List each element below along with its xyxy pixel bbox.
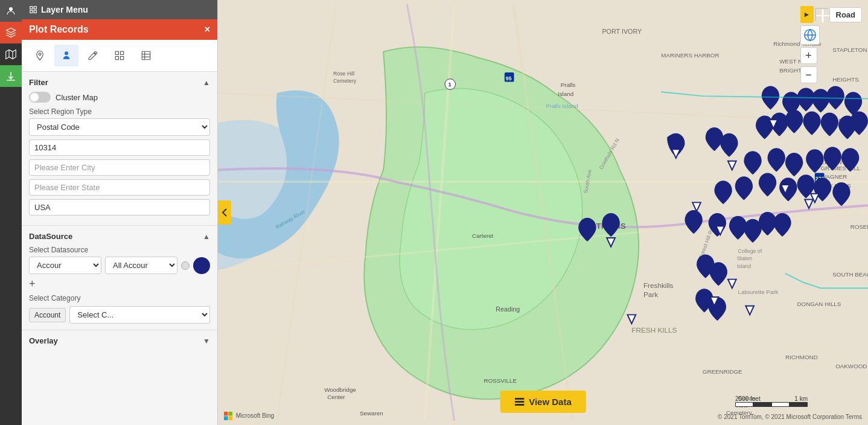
svg-rect-11: [121, 51, 124, 54]
datasource-chevron: ▲: [203, 232, 210, 241]
overlay-section-header[interactable]: Overlay ▼: [29, 336, 210, 345]
sidebar-icon-user[interactable]: [0, 0, 22, 22]
svg-text:FRESH KILLS: FRESH KILLS: [631, 326, 677, 334]
svg-rect-12: [115, 57, 118, 60]
svg-text:Carteret: Carteret: [472, 232, 494, 239]
svg-text:DONGAN HILLS: DONGAN HILLS: [797, 301, 841, 307]
svg-text:1: 1: [448, 81, 452, 88]
category-account-label: Account: [29, 308, 66, 322]
postal-code-input[interactable]: [29, 139, 210, 156]
svg-text:Island: Island: [737, 263, 752, 269]
filter-section-header[interactable]: Filter ▲: [29, 78, 210, 87]
svg-rect-13: [121, 57, 124, 60]
cluster-map-toggle[interactable]: [29, 92, 51, 103]
overlay-chevron: ▼: [203, 337, 210, 345]
plot-records-header: Plot Records ×: [22, 19, 217, 40]
svg-rect-5: [30, 7, 33, 9]
overlay-title: Overlay: [29, 336, 58, 345]
panel-toggle-arrow[interactable]: [218, 200, 231, 225]
toggle-knob: [30, 93, 39, 101]
scale-line: [735, 402, 808, 407]
layer-menu-label: Layer Menu: [41, 5, 88, 14]
table-toolbar-icon[interactable]: [134, 45, 158, 66]
globe-button[interactable]: [800, 25, 820, 45]
svg-text:Pralls: Pralls: [561, 81, 576, 88]
city-input[interactable]: [29, 159, 210, 176]
color-picker-large[interactable]: [193, 257, 210, 274]
scale-label-feet: 2500 feet: [735, 395, 761, 402]
svg-rect-8: [34, 10, 36, 13]
svg-text:GREENRIDGE: GREENRIDGE: [703, 368, 742, 375]
scale-labels: 2500 feet 1 km: [735, 395, 808, 402]
filter-section: Filter ▲ Cluster Map Select Region Type …: [22, 72, 217, 226]
map-background: PORT IVORY MARINERS HARBOR Richmond Terr…: [218, 0, 868, 425]
view-data-label: View Data: [529, 397, 572, 407]
category-label: Select Category: [29, 294, 210, 302]
panel: Layer Menu Plot Records × Filter ▲: [22, 0, 218, 425]
person-toolbar-icon[interactable]: [54, 45, 78, 66]
view-data-button[interactable]: View Data: [500, 391, 586, 413]
region-type-label: Select Region Type: [29, 107, 210, 116]
filter-chevron: ▲: [203, 78, 210, 87]
svg-rect-10: [115, 51, 118, 54]
datasource-section-header[interactable]: DataSource ▲: [29, 232, 210, 241]
map-type-icon: [815, 8, 828, 21]
color-picker-small[interactable]: [181, 261, 190, 270]
road-button[interactable]: Road: [829, 7, 863, 22]
overlay-section: Overlay ▼: [22, 330, 217, 356]
svg-text:Staten: Staten: [737, 255, 753, 261]
country-input[interactable]: [29, 199, 210, 216]
svg-rect-14: [142, 51, 150, 60]
close-button[interactable]: ×: [205, 24, 210, 35]
add-datasource-button[interactable]: +: [29, 278, 36, 290]
svg-text:Park: Park: [643, 290, 658, 298]
svg-text:Rose Hill: Rose Hill: [333, 71, 354, 77]
svg-rect-80: [514, 401, 524, 403]
map-area[interactable]: PORT IVORY MARINERS HARBOR Richmond Terr…: [218, 0, 868, 425]
zoom-in-button[interactable]: +: [800, 47, 817, 64]
zoom-out-button[interactable]: −: [800, 66, 817, 83]
svg-text:College of: College of: [738, 248, 762, 254]
category-row: Account Select C... Option1 Option2: [29, 306, 210, 324]
svg-rect-6: [34, 7, 36, 9]
datasource-select[interactable]: Accour: [29, 257, 101, 274]
grid-toolbar-icon[interactable]: [107, 45, 132, 66]
state-input[interactable]: [29, 179, 210, 196]
sidebar-icon-layers[interactable]: [0, 22, 22, 43]
category-select[interactable]: Select C... Option1 Option2: [69, 306, 210, 324]
svg-text:RICHMOND: RICHMOND: [785, 354, 818, 360]
scale-bar: 2500 feet 1 km: [735, 395, 808, 407]
svg-text:MARINERS HARBOR: MARINERS HARBOR: [661, 52, 719, 59]
map-type-prev-button[interactable]: ►: [800, 6, 814, 23]
map-controls: ► Road + −: [800, 6, 863, 83]
panel-title: Plot Records: [29, 24, 89, 35]
scale-label-km: 1 km: [794, 395, 808, 402]
datasource-section: DataSource ▲ Select Datasource Accour Al…: [22, 226, 217, 330]
datasource-field-label: Select Datasource: [29, 246, 210, 254]
svg-text:ROSEBANK: ROSEBANK: [850, 223, 868, 230]
svg-text:Latourette Park: Latourette Park: [738, 289, 779, 295]
microsoft-logo: Microsoft Bing: [224, 412, 274, 420]
microsoft-label: Microsoft Bing: [236, 412, 274, 419]
region-type-select[interactable]: Postal Code City State Country: [29, 118, 210, 136]
svg-rect-79: [514, 398, 524, 400]
svg-rect-85: [229, 417, 233, 421]
svg-point-0: [9, 7, 13, 11]
pin-toolbar-icon[interactable]: [28, 45, 52, 66]
map-attribution: © 2021 TomTom, © 2021 Microsoft Corporat…: [718, 414, 862, 420]
sidebar-icon-download[interactable]: [0, 65, 22, 87]
pencil-toolbar-icon[interactable]: [81, 45, 105, 66]
svg-point-9: [65, 51, 68, 55]
datasource-filter-select[interactable]: All Accour: [105, 257, 177, 274]
filter-title: Filter: [29, 78, 48, 87]
svg-rect-83: [229, 412, 233, 416]
svg-rect-81: [514, 404, 524, 406]
svg-marker-1: [6, 50, 16, 59]
sidebar-icon-map[interactable]: [0, 43, 22, 65]
svg-text:PORT IVORY: PORT IVORY: [602, 28, 642, 35]
svg-rect-82: [224, 412, 228, 416]
layer-menu-header: Layer Menu: [22, 0, 217, 19]
svg-text:Freshkills: Freshkills: [643, 281, 674, 289]
map-svg: PORT IVORY MARINERS HARBOR Richmond Terr…: [218, 0, 868, 425]
svg-text:Center: Center: [327, 394, 345, 400]
